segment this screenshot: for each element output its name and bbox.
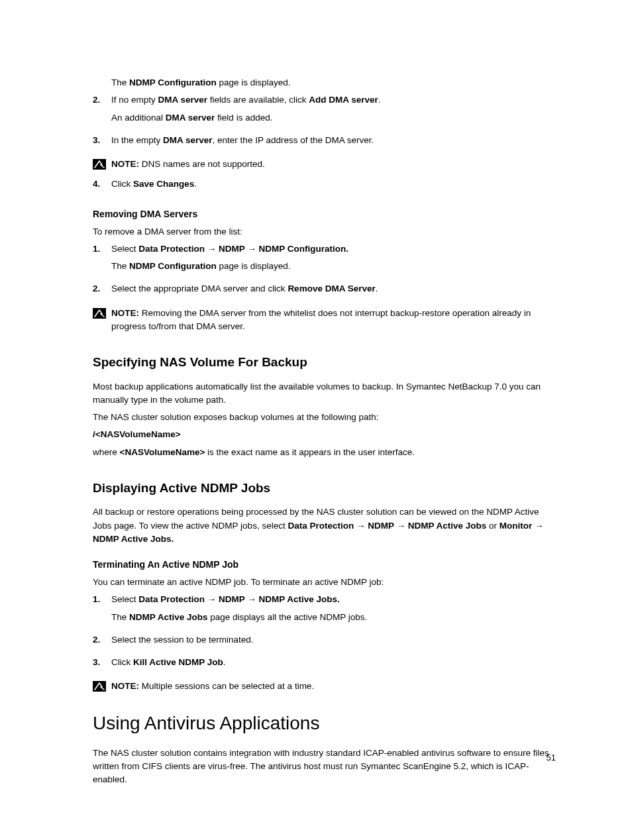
step-number: 1.	[93, 593, 111, 606]
terminate-steps-list: 1. Select Data Protection → NDMP → NDMP …	[93, 593, 556, 673]
paragraph: The NAS cluster solution exposes backup …	[93, 411, 556, 424]
heading-displaying-ndmp: Displaying Active NDMP Jobs	[93, 479, 556, 498]
heading-specifying-nas: Specifying NAS Volume For Backup	[93, 353, 556, 372]
step-content: Select Data Protection → NDMP → NDMP Con…	[111, 242, 556, 278]
note-text: NOTE: DNS names are not supported.	[111, 158, 556, 171]
heading-terminating-ndmp: Terminating An Active NDMP Job	[93, 558, 556, 572]
step-4: 4. Click Save Changes.	[93, 178, 556, 195]
step-number: 2.	[93, 282, 111, 295]
terminate-step-2: 2. Select the session to be terminated.	[93, 633, 556, 651]
step-3: 3. In the empty DMA server, enter the IP…	[93, 134, 556, 151]
heading-removing-dma: Removing DMA Servers	[93, 207, 556, 221]
steps-list: 4. Click Save Changes.	[93, 178, 556, 195]
step-content: Click Save Changes.	[111, 178, 556, 195]
steps-list: 2. If no empty DMA server fields are ava…	[93, 93, 556, 151]
paragraph: All backup or restore operations being p…	[93, 505, 556, 546]
note-row: NOTE: Multiple sessions can be selected …	[93, 680, 556, 693]
page-number: 51	[547, 751, 556, 764]
note-icon	[93, 159, 106, 170]
remove-step-2: 2. Select the appropriate DMA server and…	[93, 282, 556, 299]
paragraph: Most backup applications automatically l…	[93, 380, 556, 407]
note-row: NOTE: Removing the DMA server from the w…	[93, 307, 556, 334]
paragraph: You can terminate an active NDMP job. To…	[93, 576, 556, 589]
paragraph: where <NASVolumeName> is the exact name …	[93, 446, 556, 459]
document-page: The NDMP Configuration page is displayed…	[0, 0, 632, 840]
step-number: 3.	[93, 134, 111, 147]
note-text: NOTE: Removing the DMA server from the w…	[111, 307, 556, 334]
step-2: 2. If no empty DMA server fields are ava…	[93, 93, 556, 129]
note-icon	[93, 308, 106, 319]
terminate-step-3: 3. Click Kill Active NDMP Job.	[93, 656, 556, 673]
step-number: 1.	[93, 242, 111, 256]
note-icon	[93, 681, 106, 692]
heading-using-antivirus: Using Antivirus Applications	[93, 709, 556, 737]
paragraph: The NAS cluster solution contains integr…	[93, 747, 556, 787]
text: The	[111, 78, 129, 87]
remove-step-1: 1. Select Data Protection → NDMP → NDMP …	[93, 242, 556, 278]
step-content: Select the appropriate DMA server and cl…	[111, 282, 556, 299]
step-content: Select the session to be terminated.	[111, 633, 556, 651]
step-content: If no empty DMA server fields are availa…	[111, 93, 556, 129]
step-content: Click Kill Active NDMP Job.	[111, 656, 556, 673]
step-number: 3.	[93, 656, 111, 669]
note-row: NOTE: DNS names are not supported.	[93, 158, 556, 171]
note-text: NOTE: Multiple sessions can be selected …	[111, 680, 556, 693]
step-number: 2.	[93, 93, 111, 107]
step-content: Select Data Protection → NDMP → NDMP Act…	[111, 593, 556, 628]
text: page is displayed.	[217, 78, 291, 87]
step-content: In the empty DMA server, enter the IP ad…	[111, 134, 556, 151]
intro-line: The NDMP Configuration page is displayed…	[93, 76, 556, 89]
code-path: /<NASVolumeName>	[93, 428, 556, 441]
step-number: 2.	[93, 633, 111, 647]
text-bold: NDMP Configuration	[129, 78, 217, 87]
paragraph: To remove a DMA server from the list:	[93, 225, 556, 238]
remove-steps-list: 1. Select Data Protection → NDMP → NDMP …	[93, 242, 556, 300]
step-number: 4.	[93, 178, 111, 191]
terminate-step-1: 1. Select Data Protection → NDMP → NDMP …	[93, 593, 556, 628]
